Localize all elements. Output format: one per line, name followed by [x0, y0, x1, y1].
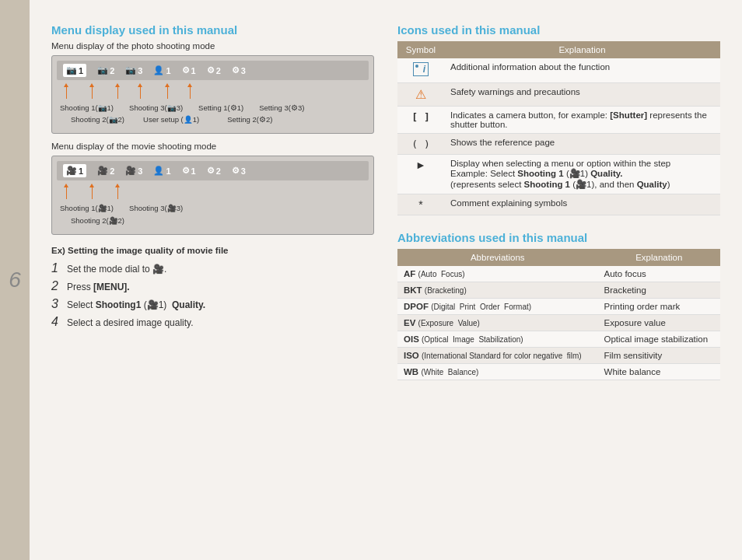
paren-icon: ( ) [411, 138, 429, 150]
step-num-3: 3 [51, 297, 62, 311]
movie-user-icon: 👤 [153, 166, 164, 176]
gear-icon-1: ⚙ [182, 65, 190, 75]
movie-gear-icon-1: ⚙ [182, 166, 190, 176]
abbrev-row-dpof: DPOF (Digital Print Order Format) Printi… [397, 299, 720, 315]
icons-table: Symbol Explanation Additional informatio… [397, 41, 720, 215]
movie-label-shooting3: Shooting 3(🎥3) [129, 202, 183, 214]
movie-menu-item-s1: ⚙1 [182, 166, 196, 176]
step-text-2: Press [MENU]. [67, 282, 130, 292]
abbrev-ois: OIS (Optical Image Stabilization) [397, 331, 598, 348]
abbrev-row-iso: ISO (International Standard for color ne… [397, 348, 720, 364]
label-setting3: Setting 3(⚙3) [259, 102, 304, 114]
photo-arrows [57, 86, 369, 99]
label-shooting1: Shooting 1(📷1) [60, 102, 114, 114]
label-shooting3: Shooting 3(📷3) [129, 102, 183, 114]
star-icon: * [418, 198, 422, 211]
abbrev-wb-explanation: White balance [598, 364, 720, 380]
icon-warn-symbol: ⚠ [397, 83, 444, 107]
photo-menu-item-user: 👤1 [153, 65, 170, 75]
abbrev-wb: WB (White Balance) [397, 364, 598, 380]
photo-menu-box: 📷1 📷2 📷3 👤1 ⚙1 ⚙2 ⚙3 [51, 55, 374, 134]
right-column: Icons used in this manual Symbol Explana… [397, 23, 720, 537]
abbrev-iso: ISO (International Standard for color ne… [397, 348, 598, 364]
photo-menu-row: 📷1 📷2 📷3 👤1 ⚙1 ⚙2 ⚙3 [57, 61, 369, 80]
movie-menu-item-s2: ⚙2 [207, 166, 221, 176]
label-shooting2: Shooting 2(📷2) [71, 114, 124, 125]
icons-section-title: Icons used in this manual [397, 23, 720, 37]
icons-col-explanation: Explanation [444, 41, 720, 58]
abbrev-row-ev: EV (Exposure Value) Exposure value [397, 315, 720, 331]
icon-star-explanation: Comment explaining symbols [444, 194, 720, 215]
step-text-1: Set the mode dial to 🎥. [67, 264, 166, 275]
movie-menu-item-1: 🎥1 [63, 164, 86, 177]
icon-bracket-explanation: Indicates a camera button, for example: … [444, 107, 720, 134]
abbrev-dpof-explanation: Printing order mark [598, 299, 720, 315]
icon-arrow-symbol: ► [397, 155, 444, 194]
photo-menu-item-1: 📷1 [63, 64, 86, 77]
abbrev-ev: EV (Exposure Value) [397, 315, 598, 331]
label-setting2: Setting 2(⚙2) [227, 114, 272, 125]
movie-menu-row: 🎥1 🎥2 🎥3 👤1 ⚙1 ⚙2 ⚙3 [57, 161, 369, 180]
movie-menu-item-2: 🎥2 [97, 166, 114, 176]
photo-menu-item-s3: ⚙3 [232, 65, 246, 75]
abbrev-section-title: Abbreviations used in this manual [397, 231, 720, 244]
icons-row-warn: ⚠ Safety warnings and precautions [397, 83, 720, 107]
page-number: 6 [9, 268, 21, 292]
label-setting1: Setting 1(⚙1) [198, 102, 243, 114]
menu-section-title: Menu display used in this manual [51, 23, 374, 37]
camera-icon-2: 📷 [97, 65, 108, 75]
step-1: 1 Set the mode dial to 🎥. [51, 261, 374, 275]
icon-info-explanation: Additional information about the functio… [444, 58, 720, 83]
icon-paren-symbol: ( ) [397, 134, 444, 155]
abbrev-col-explanation: Explanation [598, 249, 720, 266]
abbrev-row-wb: WB (White Balance) White balance [397, 364, 720, 380]
icon-arrow-explanation: Display when selecting a menu or option … [444, 155, 720, 194]
icon-bracket-symbol: [ ] [397, 107, 444, 134]
movie-menu-item-3: 🎥3 [125, 166, 142, 176]
bracket-icon: [ ] [411, 111, 429, 123]
icons-row-info: Additional information about the functio… [397, 58, 720, 83]
abbrev-col-abbrev: Abbreviations [397, 249, 598, 266]
abbrev-row-af: AF (Auto Focus) Auto focus [397, 266, 720, 282]
movie-mode-label: Menu display of the movie shooting mode [51, 142, 374, 151]
icon-info-symbol [397, 58, 444, 83]
warning-icon: ⚠ [415, 88, 426, 101]
movie-label-shooting2: Shooting 2(🎥2) [71, 216, 124, 225]
photo-menu-item-s1: ⚙1 [182, 65, 196, 75]
abbrev-dpof: DPOF (Digital Print Order Format) [397, 299, 598, 315]
movie-gear-icon-2: ⚙ [207, 166, 215, 176]
icons-row-paren: ( ) Shows the reference page [397, 134, 720, 155]
info-icon [413, 62, 429, 76]
abbrev-af: AF (Auto Focus) [397, 266, 598, 282]
movie-icon-2: 🎥 [97, 166, 108, 176]
label-usersetup: User setup (👤1) [143, 114, 199, 125]
step-2: 2 Press [MENU]. [51, 279, 374, 293]
step-4: 4 Select a desired image quality. [51, 315, 374, 329]
abbrev-ois-explanation: Optical image stabilization [598, 331, 720, 348]
photo-menu-item-3: 📷3 [125, 65, 142, 75]
photo-mode-label: Menu display of the photo shooting mode [51, 41, 374, 51]
page-tab: 6 [0, 0, 30, 560]
icons-row-star: * Comment explaining symbols [397, 194, 720, 215]
camera-icon-3: 📷 [125, 65, 136, 75]
abbrev-bkt: BKT (Bracketing) [397, 282, 598, 299]
left-column: Menu display used in this manual Menu di… [51, 23, 374, 537]
movie-menu-box: 🎥1 🎥2 🎥3 👤1 ⚙1 ⚙2 ⚙3 [51, 156, 374, 234]
movie-menu-item-user: 👤1 [153, 166, 170, 176]
movie-label-shooting1: Shooting 1(🎥1) [60, 202, 114, 214]
photo-menu-item-2: 📷2 [97, 65, 114, 75]
abbrev-iso-explanation: Film sensitivity [598, 348, 720, 364]
camera-icon-1: 📷 [66, 65, 77, 75]
abbrev-row-ois: OIS (Optical Image Stabilization) Optica… [397, 331, 720, 348]
abbrev-ev-explanation: Exposure value [598, 315, 720, 331]
movie-arrows [57, 187, 369, 199]
icon-paren-explanation: Shows the reference page [444, 134, 720, 155]
arrow-right-icon: ► [415, 159, 426, 171]
step-num-2: 2 [51, 279, 62, 293]
photo-labels: Shooting 1(📷1) Shooting 3(📷3) Setting 1(… [57, 102, 369, 125]
step-text-3: Select Shooting1 (🎥1) Quality. [67, 299, 205, 310]
abbrev-bkt-explanation: Bracketing [598, 282, 720, 299]
user-icon: 👤 [153, 65, 164, 75]
abbrev-table: Abbreviations Explanation AF (Auto Focus… [397, 249, 720, 380]
step-text-4: Select a desired image quality. [67, 317, 194, 328]
